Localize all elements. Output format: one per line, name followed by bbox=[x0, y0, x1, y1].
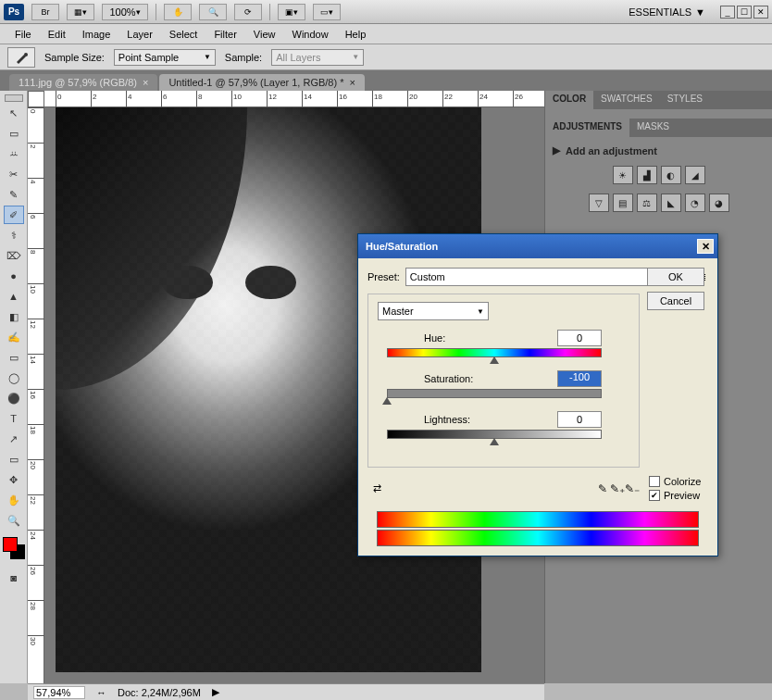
slider-thumb[interactable] bbox=[382, 397, 392, 405]
menu-help[interactable]: Help bbox=[338, 27, 374, 42]
dialog-close-button[interactable]: ✕ bbox=[697, 239, 714, 254]
menu-file[interactable]: File bbox=[7, 27, 39, 42]
hue-sat-adjust-icon[interactable]: ▤ bbox=[613, 194, 633, 212]
lasso-tool[interactable]: ꕁ bbox=[4, 144, 24, 163]
path-select-tool[interactable]: ↗ bbox=[4, 430, 24, 448]
chevron-down-icon[interactable]: ▼ bbox=[695, 6, 705, 18]
bw-adjust-icon[interactable]: ◣ bbox=[661, 194, 681, 212]
styles-panel-tab[interactable]: STYLES bbox=[660, 91, 710, 109]
color-balance-adjust-icon[interactable]: ⚖ bbox=[637, 194, 657, 212]
pen-tool[interactable]: ⚫ bbox=[4, 389, 24, 407]
menu-image[interactable]: Image bbox=[75, 27, 118, 42]
dialog-title-bar[interactable]: Hue/Saturation ✕ bbox=[358, 234, 717, 258]
levels-adjust-icon[interactable]: ▟ bbox=[637, 166, 657, 184]
eyedropper-tool[interactable]: ✐ bbox=[4, 206, 24, 224]
zoom-level-select[interactable]: 100%▾ bbox=[102, 4, 148, 20]
photo-filter-adjust-icon[interactable]: ◔ bbox=[685, 194, 705, 212]
chevron-right-icon[interactable]: ▶ bbox=[212, 686, 219, 698]
menu-layer[interactable]: Layer bbox=[119, 27, 160, 42]
preset-label: Preset: bbox=[367, 271, 400, 282]
spectrum-bar-top bbox=[377, 511, 699, 528]
quick-mask-toggle[interactable]: ◙ bbox=[4, 569, 24, 587]
menu-window[interactable]: Window bbox=[285, 27, 336, 42]
vibrance-adjust-icon[interactable]: ▽ bbox=[589, 194, 609, 212]
hue-slider[interactable] bbox=[387, 348, 602, 361]
eyedropper-icon[interactable]: ✎ bbox=[595, 481, 610, 496]
zoom-tool[interactable]: 🔍 bbox=[4, 511, 24, 530]
bridge-icon[interactable]: Br bbox=[31, 4, 59, 20]
close-button[interactable]: ✕ bbox=[753, 6, 768, 19]
colorize-checkbox[interactable] bbox=[649, 476, 660, 487]
eyedropper-add-icon[interactable]: ✎₊ bbox=[610, 481, 625, 496]
saturation-slider[interactable] bbox=[387, 389, 602, 402]
ruler-origin[interactable] bbox=[28, 91, 44, 107]
curves-adjust-icon[interactable]: ◐ bbox=[661, 166, 681, 184]
exposure-adjust-icon[interactable]: ◢ bbox=[685, 166, 705, 184]
color-swatches[interactable] bbox=[3, 537, 25, 559]
zoom-tool-icon[interactable]: 🔍 bbox=[199, 4, 227, 20]
workspace-label[interactable]: ESSENTIALS bbox=[629, 6, 691, 18]
minimize-button[interactable]: _ bbox=[720, 6, 735, 19]
shape-tool[interactable]: ▭ bbox=[4, 450, 24, 469]
saturation-input[interactable]: -100 bbox=[557, 370, 602, 387]
blur-tool[interactable]: ▭ bbox=[4, 348, 24, 367]
cancel-button[interactable]: Cancel bbox=[647, 292, 704, 310]
move-tool[interactable]: ↖ bbox=[4, 104, 24, 122]
close-icon[interactable]: × bbox=[349, 77, 355, 88]
lightness-slider[interactable] bbox=[387, 430, 602, 443]
scrub-icon[interactable]: ↔ bbox=[96, 687, 106, 698]
chevron-down-icon: ▼ bbox=[352, 53, 359, 61]
horizontal-ruler[interactable]: 02468101214161820222426 bbox=[44, 91, 544, 107]
panel-handle[interactable] bbox=[5, 94, 23, 102]
spectrum-bar-bottom bbox=[377, 530, 699, 546]
eyedropper-tool-icon[interactable] bbox=[7, 47, 35, 68]
menu-filter[interactable]: Filter bbox=[206, 27, 243, 42]
view-extras-icon[interactable]: ▦▾ bbox=[67, 4, 94, 20]
3d-tool[interactable]: ✥ bbox=[4, 470, 24, 489]
menu-view[interactable]: View bbox=[246, 27, 283, 42]
heal-tool[interactable]: ⚕ bbox=[4, 226, 24, 244]
history-brush-tool[interactable]: ▲ bbox=[4, 287, 24, 306]
swatches-panel-tab[interactable]: SWATCHES bbox=[593, 91, 660, 109]
document-tab[interactable]: Untitled-1 @ 57,9% (Layer 1, RGB/8) *× bbox=[159, 74, 365, 91]
brightness-adjust-icon[interactable]: ☀ bbox=[613, 166, 633, 184]
lightness-input[interactable] bbox=[557, 411, 602, 428]
menu-edit[interactable]: Edit bbox=[41, 27, 73, 42]
hand-tool[interactable]: ✋ bbox=[4, 491, 24, 509]
channel-select[interactable]: Master▼ bbox=[378, 302, 489, 320]
type-tool[interactable]: T bbox=[4, 409, 24, 428]
menu-select[interactable]: Select bbox=[162, 27, 205, 42]
marquee-tool[interactable]: ▭ bbox=[4, 124, 24, 143]
masks-panel-tab[interactable]: MASKS bbox=[629, 119, 677, 137]
close-icon[interactable]: × bbox=[143, 77, 148, 88]
quick-select-tool[interactable]: ✂ bbox=[4, 165, 24, 183]
document-tab[interactable]: 111.jpg @ 57,9% (RGB/8)× bbox=[9, 74, 157, 91]
sample-size-select[interactable]: Point Sample▼ bbox=[114, 49, 216, 66]
maximize-button[interactable]: ☐ bbox=[737, 6, 752, 19]
adjustments-panel-tab[interactable]: ADJUSTMENTS bbox=[545, 119, 629, 137]
eyedropper-subtract-icon[interactable]: ✎₋ bbox=[625, 481, 640, 496]
vertical-ruler[interactable]: 024681012141618202224262830 bbox=[28, 107, 44, 683]
sample-select[interactable]: All Layers▼ bbox=[271, 49, 364, 66]
hue-input[interactable] bbox=[557, 330, 602, 346]
ok-button[interactable]: OK bbox=[647, 268, 704, 286]
dodge-tool[interactable]: ◯ bbox=[4, 369, 24, 387]
color-panel-tab[interactable]: COLOR bbox=[545, 91, 593, 109]
slider-thumb[interactable] bbox=[490, 356, 499, 364]
screen-mode-icon[interactable]: ▭▾ bbox=[313, 4, 341, 20]
document-tabs: 111.jpg @ 57,9% (RGB/8)× Untitled-1 @ 57… bbox=[0, 70, 772, 91]
crop-tool[interactable]: ✎ bbox=[4, 185, 24, 204]
eraser-tool[interactable]: ◧ bbox=[4, 307, 24, 326]
hand-tool-icon[interactable]: ✋ bbox=[164, 4, 192, 20]
arrange-docs-icon[interactable]: ▣▾ bbox=[278, 4, 305, 20]
channel-mixer-adjust-icon[interactable]: ◕ bbox=[709, 194, 729, 212]
foreground-color-swatch[interactable] bbox=[3, 537, 18, 552]
slider-thumb[interactable] bbox=[490, 438, 499, 445]
scrub-adjust-icon[interactable]: ⇄ bbox=[373, 482, 381, 494]
stamp-tool[interactable]: ● bbox=[4, 267, 24, 285]
brush-tool[interactable]: ⌦ bbox=[4, 246, 24, 265]
preview-checkbox[interactable]: ✔ bbox=[649, 490, 660, 501]
gradient-tool[interactable]: ✍ bbox=[4, 328, 24, 346]
rotate-view-icon[interactable]: ⟳ bbox=[234, 4, 262, 20]
zoom-value[interactable]: 57,94% bbox=[33, 686, 85, 699]
